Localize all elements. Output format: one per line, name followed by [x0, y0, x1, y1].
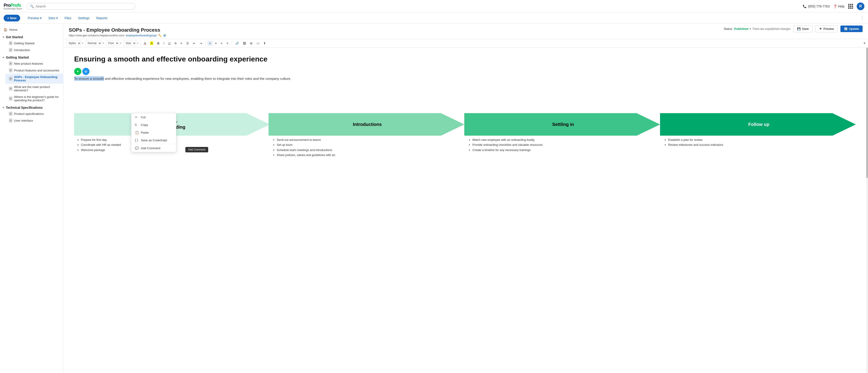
nav-files[interactable]: Files	[61, 14, 74, 22]
logo: ProProfs Knowledge Base	[4, 3, 22, 10]
context-menu-copy[interactable]: ⎘ Copy	[131, 121, 176, 129]
chevron-down-icon: ▾	[3, 106, 4, 109]
selection-toolbar: ✦ ⊕	[74, 68, 857, 75]
paragraph-selected-text: To ensure a smooth	[74, 76, 104, 81]
context-menu-add-comment[interactable]: 💬 Add Comment	[131, 144, 176, 152]
nav-reports[interactable]: Reports	[93, 14, 111, 22]
align-justify-button[interactable]: ≡	[225, 41, 230, 46]
document-icon	[9, 112, 12, 116]
help-icon: ❓	[833, 4, 837, 8]
editor-heading[interactable]: Ensuring a smooth and effective onboardi…	[74, 55, 857, 63]
document-icon	[9, 62, 12, 65]
home-icon: 🏠	[4, 28, 7, 31]
table-button[interactable]: ⊞	[248, 41, 254, 46]
normal-select[interactable]: Normal	[85, 40, 102, 46]
toolbar: Styles ▾ Normal ▾ Font ▾ Size ▾ A A B	[63, 39, 868, 48]
bullet-col-4: Establish a plan for review Review miles…	[661, 137, 857, 157]
search-box[interactable]: 🔍	[27, 3, 135, 10]
size-select[interactable]: Size	[123, 40, 136, 46]
sidebar-section-getting-started[interactable]: ▾ Getting Started	[0, 53, 63, 60]
highlight-button[interactable]: A	[149, 40, 155, 46]
ai-suggest-button[interactable]: ⊕	[82, 68, 90, 75]
font-color-button[interactable]: A	[143, 40, 148, 46]
sidebar-item-product-features-accessories[interactable]: Product features and accessories	[5, 67, 63, 74]
comment-icon: 💬	[135, 146, 138, 150]
italic-button[interactable]: I	[162, 41, 166, 46]
add-comment-tooltip: Add Comment	[185, 147, 208, 152]
sidebar-item-introduction[interactable]: Introduction	[5, 46, 63, 53]
sidebar-item-beginners-guide[interactable]: Where is the beginner's guide for operat…	[5, 94, 63, 103]
indent-button[interactable]: ⇥	[198, 41, 204, 46]
ai-edit-button[interactable]: ✦	[74, 68, 81, 75]
sidebar-section-tech-specs-items: Product specifications User interface	[0, 110, 63, 124]
unordered-list-button[interactable]: ☰	[185, 41, 191, 46]
new-button[interactable]: + New	[4, 15, 20, 22]
sidebar-item-sops-onboarding[interactable]: SOPs - Employee Onboarding Process	[5, 74, 63, 84]
ordered-list-button[interactable]: ≡	[179, 41, 184, 46]
document-icon	[9, 48, 12, 52]
url-slug-link[interactable]: employeeonboardingsops	[126, 34, 157, 37]
outdent-button[interactable]: ⇤	[191, 41, 197, 46]
save-button[interactable]: 💾 Save	[793, 25, 813, 32]
editor-paragraph[interactable]: To ensure a smooth and effective onboard…	[74, 76, 857, 82]
status-area: Status: Published ▾ There are unpublishe…	[724, 27, 790, 31]
upload-button[interactable]: ⬆	[262, 41, 268, 46]
image-button[interactable]: 🖼	[241, 41, 248, 46]
underline-button[interactable]: U	[167, 41, 172, 46]
nav-bar: + New Preview ▾ Sites ▾ Files Settings R…	[0, 13, 868, 24]
status-label: Status:	[724, 27, 733, 31]
more-options-icon[interactable]: ⋮	[860, 15, 864, 21]
frame-button[interactable]: ▭	[255, 41, 261, 46]
scrollbar-track[interactable]	[866, 48, 868, 373]
context-menu-paste[interactable]: 📋 Paste	[131, 129, 176, 136]
edit-url-icon[interactable]: ✏️	[158, 34, 162, 37]
update-button[interactable]: 🔄 Update	[840, 26, 863, 32]
topbar-right: 📞 (855) 776-7763 ❓ Help R	[803, 2, 864, 10]
document-icon	[9, 97, 12, 100]
copy-icon: ⎘	[135, 123, 138, 127]
sidebar-item-product-specs[interactable]: Product specifications	[5, 110, 63, 117]
toolbar-expand-icon[interactable]: ▾	[864, 41, 865, 45]
help-link[interactable]: ❓ Help	[833, 4, 844, 8]
phone-icon: 📞	[803, 4, 807, 8]
scissors-icon: ✂	[135, 115, 138, 119]
align-center-button[interactable]: ≡	[213, 41, 218, 46]
context-menu-save-codesnip[interactable]: { } Save as CodeSnipt	[131, 136, 176, 144]
styles-select[interactable]: Styles	[66, 40, 81, 46]
align-left-button[interactable]: ≡	[208, 41, 213, 46]
preview-button[interactable]: 👁 Preview	[815, 25, 838, 32]
bullet-col-3: Match new employee with an onboarding bu…	[466, 137, 661, 157]
context-menu: ✂ Cut ⎘ Copy 📋 Paste { } Save as CodeSni…	[131, 113, 176, 152]
document-icon	[9, 77, 12, 81]
context-menu-cut[interactable]: ✂ Cut	[131, 113, 176, 121]
nav-preview[interactable]: Preview ▾	[25, 14, 45, 22]
status-dropdown-icon[interactable]: ▾	[749, 27, 751, 30]
document-icon	[9, 119, 12, 122]
editor-area[interactable]: Ensuring a smooth and effective onboardi…	[63, 48, 868, 373]
sidebar-item-getting-started[interactable]: Getting Started	[5, 40, 63, 46]
strikethrough-button[interactable]: S	[173, 41, 178, 46]
editor-paragraph-area: ✦ ⊕ To ensure a smooth and effective onb…	[74, 68, 857, 82]
sidebar: 🏠 Home ▾ Get Started Getting Started Int…	[0, 24, 63, 373]
sidebar-item-main-product-elements[interactable]: What are the main product elements?	[5, 84, 63, 94]
nav-settings[interactable]: Settings	[75, 14, 93, 22]
search-input[interactable]	[36, 4, 132, 8]
avatar[interactable]: R	[857, 2, 864, 10]
sidebar-section-tech-specs[interactable]: ▾ Technical Specifications	[0, 103, 63, 110]
sidebar-item-new-product-features[interactable]: New product features	[5, 60, 63, 67]
logo-subtitle: Knowledge Base	[4, 7, 22, 10]
nav-sites[interactable]: Sites ▾	[45, 14, 61, 22]
document-icon	[9, 41, 12, 45]
link-button[interactable]: 🔗	[234, 41, 241, 46]
sidebar-section-getting-started-items: New product features Product features an…	[0, 60, 63, 103]
sidebar-item-user-interface[interactable]: User interface	[5, 117, 63, 124]
bold-button[interactable]: B	[156, 41, 161, 46]
align-right-button[interactable]: ≡	[219, 41, 224, 46]
unpublished-note: There are unpublished changes	[752, 27, 790, 31]
sidebar-item-home[interactable]: 🏠 Home	[0, 26, 63, 33]
font-select[interactable]: Font	[106, 40, 119, 46]
settings-icon[interactable]: ⚙️	[163, 34, 166, 37]
sidebar-section-get-started[interactable]: ▾ Get Started	[0, 33, 63, 40]
scrollbar-thumb[interactable]	[866, 48, 868, 178]
grid-icon[interactable]	[848, 4, 853, 9]
